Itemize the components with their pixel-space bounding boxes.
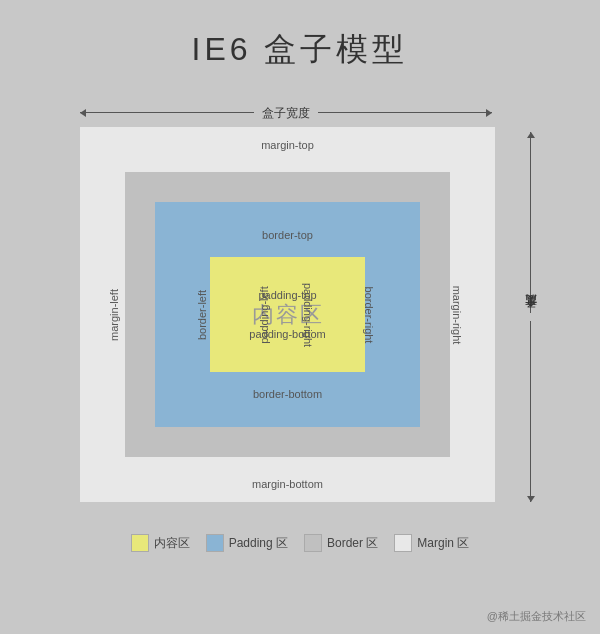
page-title: IE6 盒子模型 [192,28,409,72]
height-arrow: 盒子高度 [520,132,542,502]
label-border-top: border-top [262,229,313,241]
height-label: 盒子高度 [523,313,540,321]
legend-swatch-margin [394,534,412,552]
legend-item-margin: Margin 区 [394,534,469,552]
label-margin-left: margin-left [108,289,120,341]
legend-label-border: Border 区 [327,535,378,552]
diagram-area: 盒子宽度 盒子高度 内容区 padd [50,102,550,522]
legend-swatch-border [304,534,322,552]
legend-label-margin: Margin 区 [417,535,469,552]
label-margin-bottom: margin-bottom [252,478,323,490]
border-box: 内容区 padding-top padding-bottom padding-l… [125,172,450,457]
legend-item-border: Border 区 [304,534,378,552]
label-border-left: border-left [196,289,208,339]
legend-swatch-content [131,534,149,552]
label-margin-top: margin-top [261,139,314,151]
label-padding-right: padding-right [302,282,314,346]
label-margin-right: margin-right [452,285,464,344]
label-padding-left: padding-left [258,286,270,344]
label-border-right: border-right [364,286,376,343]
legend-item-content: 内容区 [131,534,190,552]
margin-box: 内容区 padding-top padding-bottom padding-l… [80,127,495,502]
content-box: 内容区 [210,257,365,372]
legend-item-padding: Padding 区 [206,534,288,552]
legend-swatch-padding [206,534,224,552]
width-arrow: 盒子宽度 [80,102,492,124]
legend: 内容区 Padding 区 Border 区 Margin 区 [131,534,470,552]
page-container: IE6 盒子模型 盒子宽度 盒子高度 内容区 [0,0,600,634]
legend-label-content: 内容区 [154,535,190,552]
attribution: @稀土掘金技术社区 [487,609,586,624]
legend-label-padding: Padding 区 [229,535,288,552]
box-model: 内容区 padding-top padding-bottom padding-l… [80,127,495,502]
label-border-bottom: border-bottom [253,388,322,400]
width-label: 盒子宽度 [254,105,318,122]
